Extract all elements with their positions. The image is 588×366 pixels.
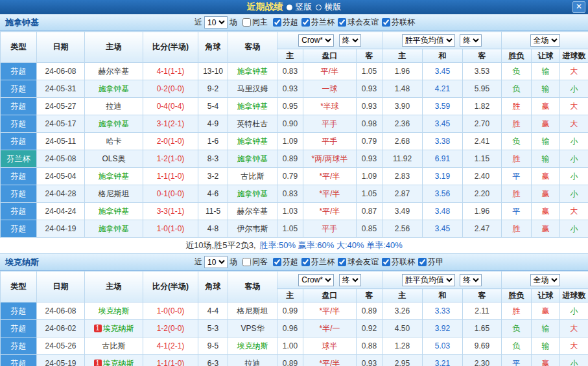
league-filter[interactable]: 芬兰杯 xyxy=(298,257,335,268)
euro-home-odds: 3.90 xyxy=(382,98,423,115)
euro-away-odds: 1.82 xyxy=(463,98,502,115)
euro-state-select[interactable]: 终 xyxy=(460,34,482,47)
date-cell: 24-05-19 xyxy=(37,355,85,366)
home-team-cell: 施拿钟基 xyxy=(85,203,143,220)
recent-count-select[interactable]: 10 xyxy=(204,256,228,268)
matches-label: 场 xyxy=(229,257,237,268)
same-venue-checkbox[interactable] xyxy=(242,18,251,27)
league-filter[interactable]: 芬兰杯 xyxy=(298,17,335,28)
euro-company-select[interactable]: 胜平负均值 xyxy=(402,274,455,286)
asian-line: *平/半 xyxy=(303,185,357,203)
euro-draw-odds: 3.59 xyxy=(423,98,463,115)
league-checkbox[interactable] xyxy=(301,258,310,266)
same-venue-checkbox[interactable] xyxy=(242,258,251,266)
euro-draw-odds: 3.92 xyxy=(423,320,463,337)
col-away: 客场 xyxy=(228,32,277,63)
filter-bar: 近 10 场 同主 芬超芬兰杯球会友谊芬联杯 xyxy=(194,16,415,29)
asian-company-select[interactable]: Crow* xyxy=(298,274,334,286)
league-checkbox[interactable] xyxy=(301,18,310,27)
asian-away-odds: 0.93 xyxy=(357,150,382,168)
result-cell: 胜 xyxy=(502,115,532,133)
away-team-cell: 埃克纳斯 xyxy=(228,337,277,355)
league-cell: 芬超 xyxy=(1,168,37,185)
euro-away-odds: 1.15 xyxy=(463,150,502,168)
date-cell: 24-05-08 xyxy=(37,150,85,168)
goals-result-cell: 大 xyxy=(560,98,588,115)
home-team-cell: 格尼斯坦 xyxy=(85,185,143,203)
euro-home-odds: 3.49 xyxy=(382,203,423,220)
league-checkbox[interactable] xyxy=(382,18,390,27)
scope-select[interactable]: 全场 xyxy=(530,34,560,47)
col-euro-draw: 和 xyxy=(423,49,463,63)
corner-cell: 1-6 xyxy=(198,133,228,150)
same-venue-filter[interactable]: 同主 xyxy=(239,17,268,28)
scope-select[interactable]: 全场 xyxy=(530,274,560,286)
close-button[interactable]: ✕ xyxy=(572,1,585,13)
euro-away-odds: 5.95 xyxy=(463,80,502,98)
league-checkbox[interactable] xyxy=(338,18,346,27)
euro-away-odds: 2.41 xyxy=(463,133,502,150)
euro-home-odds: 2.56 xyxy=(382,220,423,238)
league-checkbox[interactable] xyxy=(382,258,390,266)
handicap-result-cell: 赢 xyxy=(532,185,560,203)
asian-state-select[interactable]: 终 xyxy=(339,274,361,286)
match-row: 芬超24-05-17施拿钟基3-1(2-1)4-9英特杜古0.90平手0.982… xyxy=(1,115,588,133)
summary-row: 近10场,胜5平2负3, 胜率:50% 赢率:60% 大:40% 单率:40% xyxy=(0,238,588,254)
league-filter[interactable]: 芬超 xyxy=(270,17,298,28)
league-checkbox[interactable] xyxy=(338,258,346,266)
radio-vertical-layout[interactable] xyxy=(287,5,292,10)
home-team-cell: 施拿钟基 xyxy=(85,115,143,133)
euro-draw-odds: 4.21 xyxy=(423,80,463,98)
asian-state-select[interactable]: 终 xyxy=(339,34,361,47)
radio-horizontal-label[interactable]: 横版 xyxy=(325,1,342,13)
league-cell: 芬超 xyxy=(1,115,37,133)
col-score: 比分(半场) xyxy=(143,32,198,63)
radio-horizontal-layout[interactable] xyxy=(316,5,322,10)
league-cell: 芬超 xyxy=(1,63,37,80)
euro-company-select[interactable]: 胜平负均值 xyxy=(402,34,455,47)
league-filter[interactable]: 球会友谊 xyxy=(335,257,379,268)
asian-home-odds: 0.95 xyxy=(277,98,303,115)
league-filter[interactable]: 芬联杯 xyxy=(379,17,415,28)
col-asian-away: 客 xyxy=(357,49,382,63)
recent-count-select[interactable]: 10 xyxy=(204,16,228,29)
euro-away-odds: 2.40 xyxy=(463,168,502,185)
league-checkbox[interactable] xyxy=(273,18,281,27)
euro-draw-odds: 6.91 xyxy=(423,150,463,168)
euro-state-select[interactable]: 终 xyxy=(460,274,482,286)
date-cell: 24-05-27 xyxy=(37,98,85,115)
asian-home-odds: 0.90 xyxy=(277,115,303,133)
league-cell: 芬超 xyxy=(1,320,37,337)
match-row: 芬超24-05-191埃克纳斯1-1(1-0)6-3拉迪0.89*平/半0.93… xyxy=(1,355,588,366)
result-cell: 平 xyxy=(502,355,532,366)
league-filter[interactable]: 芬联杯 xyxy=(379,257,415,268)
asian-company-select[interactable]: Crow* xyxy=(298,34,334,47)
goals-result-cell: 小 xyxy=(560,133,588,150)
team-name: 埃克纳斯 xyxy=(5,257,39,268)
asian-away-odds: 0.79 xyxy=(357,133,382,150)
asian-line: *半球 xyxy=(303,98,357,115)
asian-line: *平/半 xyxy=(303,168,357,185)
league-filter[interactable]: 芬超 xyxy=(270,257,298,268)
league-checkbox[interactable] xyxy=(418,258,427,266)
recent-results-panel: 近期战绩 竖版 横版 ✕ 施拿钟基 近 10 场 同主 芬超芬兰杯球会友谊芬联杯… xyxy=(0,0,588,366)
match-row: 芬超24-04-28格尼斯坦0-1(0-0)4-6施拿钟基0.83*平/半1.0… xyxy=(1,185,588,203)
same-venue-filter[interactable]: 同客 xyxy=(239,257,268,268)
asian-home-odds: 1.00 xyxy=(277,337,303,355)
home-team-cell: 古比斯 xyxy=(85,337,143,355)
radio-vertical-label[interactable]: 竖版 xyxy=(296,1,312,13)
league-checkbox[interactable] xyxy=(273,258,281,266)
handicap-result-cell: 输 xyxy=(532,133,560,150)
result-cell: 负 xyxy=(502,80,532,98)
corner-cell: 4-4 xyxy=(198,303,228,320)
euro-home-odds: 1.48 xyxy=(382,80,423,98)
col-euro-draw: 和 xyxy=(423,289,463,303)
col-goals: 进球数 xyxy=(560,49,588,63)
match-row: 芬兰杯24-05-08OLS奥1-2(1-0)8-3施拿钟基0.89*两/两球半… xyxy=(1,150,588,168)
away-team-cell: 施拿钟基 xyxy=(228,185,277,203)
filter-bar: 近 10 场 同客 芬超芬兰杯球会友谊芬联杯芬甲 xyxy=(194,256,443,268)
col-type: 类型 xyxy=(1,271,37,303)
league-filter[interactable]: 球会友谊 xyxy=(335,17,379,28)
euro-draw-odds: 3.45 xyxy=(423,115,463,133)
league-filter[interactable]: 芬甲 xyxy=(415,257,443,268)
